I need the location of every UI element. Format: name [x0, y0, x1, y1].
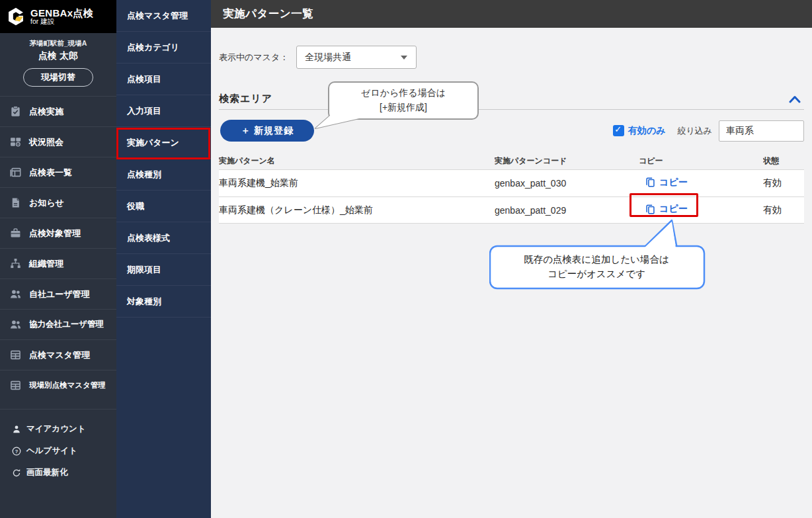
- footer-nav-item[interactable]: 画面最新化: [0, 462, 116, 484]
- status-cell: 有効: [763, 177, 804, 189]
- primary-nav-item[interactable]: 協力会社ユーザ管理: [0, 309, 116, 339]
- callout-copy-hint: 既存の点検表に追加したい場合は コピーがオススメです: [489, 246, 704, 288]
- person-icon: [12, 425, 21, 434]
- collapse-chevron-up-icon[interactable]: [789, 95, 801, 103]
- page-title: 実施パターン一覧: [223, 7, 313, 21]
- status-cell: 有効: [763, 204, 804, 216]
- user-block: 茅場町駅前_現場A 点検 太郎 現場切替: [0, 33, 116, 96]
- current-site-label: 茅場町駅前_現場A: [0, 39, 116, 48]
- copy-link[interactable]: コピー: [645, 177, 688, 189]
- logo-subtitle: for 建設: [30, 18, 93, 25]
- primary-nav-item[interactable]: 点検表一覧: [0, 157, 116, 187]
- site-switch-button[interactable]: 現場切替: [23, 68, 93, 87]
- primary-nav-item[interactable]: 点検マスタ管理: [0, 339, 116, 370]
- secondary-sidebar: 点検マスタ管理 点検カテゴリ 点検項目 入力項目 実施パターン 点検種別 役職 …: [116, 0, 211, 518]
- briefcase-icon: [10, 228, 21, 239]
- filter-input[interactable]: [719, 120, 804, 142]
- master-select[interactable]: 全現場共通: [296, 46, 417, 69]
- secondary-nav-item[interactable]: 点検表様式: [116, 222, 211, 254]
- column-header: コピー: [639, 155, 763, 167]
- primary-nav-item[interactable]: 点検対象管理: [0, 218, 116, 248]
- column-header: 実施パターンコード: [495, 155, 639, 167]
- pattern-code-cell: genbax_patt_030: [495, 178, 639, 189]
- secondary-nav-item[interactable]: 点検項目: [116, 64, 211, 95]
- table-header-row: 実施パターン名 実施パターンコード コピー 状態: [219, 153, 804, 169]
- secondary-nav-header: 点検マスタ管理: [116, 0, 211, 32]
- pattern-table: 実施パターン名 実施パターンコード コピー 状態 車両系建機_始業前 genba…: [219, 153, 804, 224]
- master-select-value: 全現場共通: [305, 52, 351, 64]
- master-select-label: 表示中のマスタ：: [219, 52, 288, 64]
- primary-sidebar: GENBAx点検 for 建設 茅場町駅前_現場A 点検 太郎 現場切替 点検実…: [0, 0, 116, 518]
- clipboard-check-icon: [10, 106, 21, 117]
- primary-nav: 点検実施 状況照会 点検表一覧 お知らせ: [0, 96, 116, 400]
- help-circle-icon: ?: [12, 447, 21, 456]
- search-area-heading: 検索エリア: [219, 93, 272, 105]
- org-tree-icon: [10, 258, 21, 269]
- secondary-nav-item[interactable]: 期限項目: [116, 254, 211, 286]
- user-name: 点検 太郎: [0, 50, 116, 62]
- active-only-checkbox[interactable]: [613, 125, 624, 136]
- secondary-nav-item[interactable]: 点検種別: [116, 159, 211, 191]
- primary-nav-item[interactable]: 状況照会: [0, 126, 116, 157]
- filter-label: 絞り込み: [677, 125, 712, 137]
- page-header: 実施パターン一覧: [211, 0, 812, 28]
- status-board-icon: [10, 136, 21, 148]
- footer-nav-item[interactable]: マイアカウント: [0, 418, 116, 440]
- app-window: GENBAx点検 for 建設 茅場町駅前_現場A 点検 太郎 現場切替 点検実…: [0, 0, 812, 518]
- copy-icon: [645, 204, 655, 214]
- column-header: 実施パターン名: [219, 155, 495, 167]
- caret-down-icon: [401, 56, 407, 60]
- primary-nav-item[interactable]: 点検実施: [0, 96, 116, 126]
- primary-nav-item[interactable]: お知らせ: [0, 187, 116, 218]
- logo-title: GENBAx点検: [30, 8, 93, 19]
- svg-text:?: ?: [15, 448, 19, 454]
- pattern-name-cell: 車両系建機（クレーン仕様）_始業前: [219, 204, 495, 216]
- document-icon: [10, 197, 21, 208]
- callout-copy-bubble: [489, 218, 714, 292]
- logo: GENBAx点検 for 建設: [0, 0, 116, 33]
- sheet-list-icon: [10, 167, 21, 178]
- main-area: 実施パターン一覧 表示中のマスタ： 全現場共通 検索エリア ＋ 新規登録: [211, 0, 812, 518]
- primary-nav-item[interactable]: 自社ユーザ管理: [0, 279, 116, 309]
- secondary-nav-item[interactable]: 実施パターン: [116, 127, 211, 159]
- users-icon: [10, 288, 21, 300]
- divider: [219, 109, 804, 110]
- active-only-label: 有効のみ: [628, 125, 666, 137]
- table-grid-icon: [10, 349, 21, 361]
- copy-link[interactable]: コピー: [645, 203, 688, 215]
- secondary-nav-item[interactable]: 点検カテゴリ: [116, 32, 211, 64]
- genba-logo-icon: [6, 7, 26, 26]
- primary-nav-item[interactable]: 組織管理: [0, 248, 116, 279]
- primary-nav-item[interactable]: 現場別点検マスタ管理: [0, 370, 116, 400]
- table-row: 車両系建機_始業前 genbax_patt_030 コピー 有効: [219, 169, 804, 196]
- pattern-code-cell: genbax_patt_029: [495, 205, 639, 216]
- users-icon: [10, 319, 21, 330]
- table-grid-icon: [10, 380, 21, 391]
- main-content: 表示中のマスタ： 全現場共通 検索エリア ＋ 新規登録 有効のみ 絞り込み: [211, 46, 812, 224]
- sidebar-footer: マイアカウント ? ヘルプサイト 画面最新化: [0, 409, 116, 484]
- refresh-icon: [12, 468, 21, 478]
- column-header: 状態: [763, 155, 804, 167]
- footer-nav-item[interactable]: ? ヘルプサイト: [0, 440, 116, 462]
- copy-icon: [645, 177, 655, 187]
- pattern-name-cell: 車両系建機_始業前: [219, 177, 495, 189]
- secondary-nav-item[interactable]: 役職: [116, 191, 211, 222]
- new-register-button[interactable]: ＋ 新規登録: [220, 120, 314, 142]
- secondary-nav-item[interactable]: 対象種別: [116, 286, 211, 318]
- table-row: 車両系建機（クレーン仕様）_始業前 genbax_patt_029 コピー 有効: [219, 196, 804, 224]
- secondary-nav-item[interactable]: 入力項目: [116, 95, 211, 127]
